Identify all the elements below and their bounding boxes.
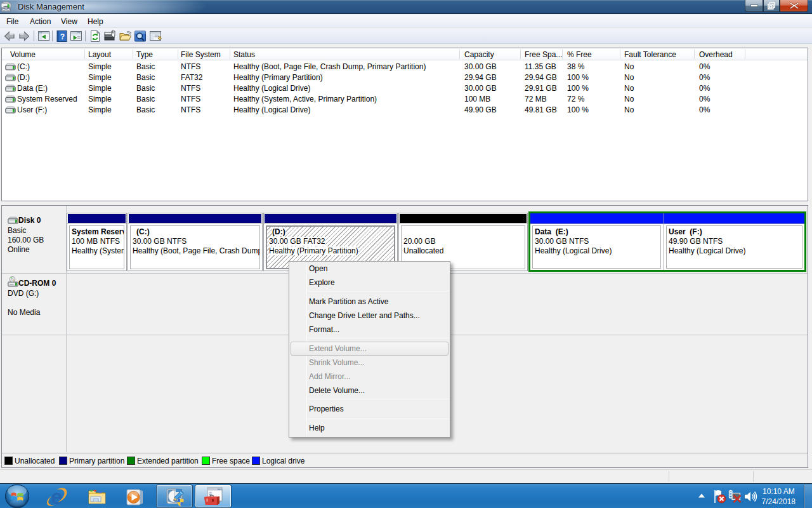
svg-text:?: ?: [60, 32, 65, 41]
